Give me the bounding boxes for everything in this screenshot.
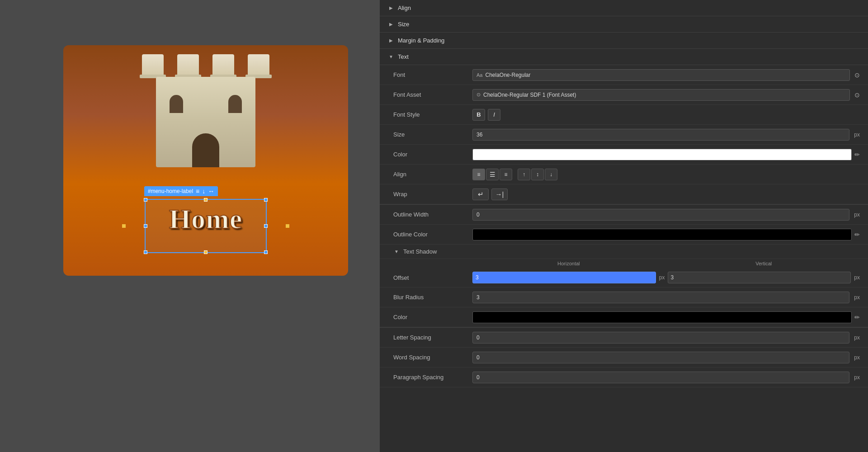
align-section-title: Align bbox=[398, 5, 411, 11]
paragraph-spacing-field[interactable]: 0 bbox=[472, 372, 849, 383]
vertical-col-header: Vertical bbox=[668, 261, 860, 266]
shadow-color-picker-icon[interactable]: ✏ bbox=[854, 314, 860, 321]
handle-br[interactable] bbox=[264, 250, 268, 254]
align-row: Align ≡ ☰ ≡ ↑ ↕ ↓ bbox=[380, 165, 868, 184]
color-field[interactable] bbox=[472, 149, 852, 160]
text-section-header[interactable]: ▼ Text bbox=[380, 49, 868, 65]
letter-spacing-text: 0 bbox=[476, 334, 480, 341]
outline-color-field[interactable] bbox=[472, 229, 852, 240]
letter-spacing-label: Letter Spacing bbox=[393, 334, 472, 341]
align-section-header[interactable]: ▶ Align bbox=[380, 0, 868, 16]
canvas-area: #menu-home-label ≡ ↓ ↔ Home bbox=[0, 0, 380, 452]
handle-ml[interactable] bbox=[144, 224, 147, 228]
wrap-button-2[interactable]: →| bbox=[491, 188, 508, 200]
font-asset-label: Font Asset bbox=[393, 91, 472, 98]
castle bbox=[142, 54, 269, 167]
bold-button[interactable]: B bbox=[472, 109, 485, 121]
v-offset-group: 3 px bbox=[668, 272, 860, 283]
selection-container[interactable]: #menu-home-label ≡ ↓ ↔ Home bbox=[145, 199, 267, 253]
size-value: 36 px bbox=[472, 129, 860, 141]
blur-radius-value: 3 px bbox=[472, 292, 860, 303]
v-offset-input[interactable]: 3 bbox=[668, 272, 851, 283]
align-center-button[interactable]: ☰ bbox=[486, 169, 499, 180]
font-asset-row: Font Asset ⊙ ChelaOne-Regular SDF 1 (Fon… bbox=[380, 85, 868, 105]
align-middle-button[interactable]: ↕ bbox=[531, 169, 544, 180]
align-left-button[interactable]: ≡ bbox=[472, 169, 485, 180]
battlement-4 bbox=[248, 54, 269, 77]
shadow-color-field[interactable] bbox=[472, 311, 852, 323]
vertical-align-group: ↑ ↕ ↓ bbox=[518, 169, 557, 180]
margin-padding-section-header[interactable]: ▶ Margin & Padding bbox=[380, 33, 868, 49]
font-value: Aa ChelaOne-Regular ⊙ bbox=[472, 69, 860, 81]
word-spacing-unit: px bbox=[854, 354, 860, 361]
dot-left bbox=[122, 224, 126, 228]
size-label: Size bbox=[393, 131, 472, 138]
letter-spacing-field[interactable]: 0 bbox=[472, 332, 849, 344]
v-offset-unit: px bbox=[854, 274, 860, 281]
word-spacing-field[interactable]: 0 bbox=[472, 352, 849, 363]
battlement-1 bbox=[142, 54, 164, 77]
h-offset-value: 3 bbox=[476, 274, 479, 281]
size-arrow-icon: ▶ bbox=[388, 21, 394, 28]
font-asset-icon: ⊙ bbox=[476, 92, 481, 98]
game-scene: #menu-home-label ≡ ↓ ↔ Home bbox=[63, 45, 348, 276]
tower-door bbox=[192, 133, 219, 167]
wrap-label: Wrap bbox=[393, 191, 472, 198]
text-shadow-header[interactable]: ▼ Text Shadow bbox=[380, 245, 868, 259]
outline-width-field[interactable]: 0 bbox=[472, 209, 849, 221]
align-buttons: ≡ ☰ ≡ ↑ ↕ ↓ bbox=[472, 169, 860, 180]
tower-body bbox=[156, 77, 255, 167]
outline-color-row: Outline Color ✏ bbox=[380, 225, 868, 245]
outline-color-value: ✏ bbox=[472, 229, 860, 240]
handle-bm[interactable] bbox=[204, 250, 208, 254]
outline-color-picker-icon[interactable]: ✏ bbox=[854, 231, 860, 238]
wrap-button-1[interactable]: ↵ bbox=[472, 188, 489, 200]
color-value: ✏ bbox=[472, 149, 860, 160]
offset-row: Offset 3 px 3 px bbox=[380, 268, 868, 287]
selection-label: #menu-home-label ≡ ↓ ↔ bbox=[144, 186, 218, 196]
horizontal-align-group: ≡ ☰ ≡ bbox=[472, 169, 512, 180]
color-label: Color bbox=[393, 151, 472, 158]
handle-mr[interactable] bbox=[264, 224, 268, 228]
letter-spacing-row: Letter Spacing 0 px bbox=[380, 328, 868, 348]
font-asset-value: ⊙ ChelaOne-Regular SDF 1 (Font Asset) ⊙ bbox=[472, 89, 860, 101]
align-bottom-button[interactable]: ↓ bbox=[545, 169, 557, 180]
text-shadow-expand-icon: ▼ bbox=[393, 249, 400, 255]
size-section-title: Size bbox=[398, 21, 409, 28]
handle-bl[interactable] bbox=[144, 250, 147, 254]
selection-box: Home bbox=[145, 199, 267, 253]
align-top-button[interactable]: ↑ bbox=[518, 169, 530, 180]
font-field[interactable]: Aa ChelaOne-Regular bbox=[472, 69, 850, 81]
blur-radius-label: Blur Radius bbox=[393, 294, 472, 301]
battlement-3 bbox=[212, 54, 234, 77]
paragraph-spacing-label: Paragraph Spacing bbox=[393, 374, 472, 381]
font-label: Font bbox=[393, 71, 472, 78]
size-field[interactable]: 36 bbox=[472, 129, 849, 141]
dot-right bbox=[286, 224, 289, 228]
letter-spacing-unit: px bbox=[854, 334, 860, 341]
shadow-color-value: ✏ bbox=[472, 311, 860, 323]
outline-width-text: 0 bbox=[476, 212, 480, 218]
v-offset-value: 3 bbox=[671, 274, 674, 281]
blur-radius-field[interactable]: 3 bbox=[472, 292, 849, 303]
font-asset-target-icon[interactable]: ⊙ bbox=[854, 91, 860, 99]
color-picker-icon[interactable]: ✏ bbox=[854, 151, 860, 158]
h-offset-input[interactable]: 3 bbox=[472, 272, 656, 283]
handle-tl[interactable] bbox=[144, 198, 147, 202]
blur-radius-row: Blur Radius 3 px bbox=[380, 287, 868, 307]
handle-tr[interactable] bbox=[264, 198, 268, 202]
font-target-icon[interactable]: ⊙ bbox=[854, 71, 860, 79]
handle-tm[interactable] bbox=[204, 198, 208, 202]
align-right-button[interactable]: ≡ bbox=[500, 169, 512, 180]
home-text: Home bbox=[146, 200, 266, 234]
word-spacing-text: 0 bbox=[476, 354, 480, 361]
italic-button[interactable]: I bbox=[488, 109, 500, 121]
element-label-text: #menu-home-label bbox=[148, 188, 193, 194]
text-section: ▼ Text Font Aa ChelaOne-Regular ⊙ Font A… bbox=[380, 49, 868, 387]
size-section-header[interactable]: ▶ Size bbox=[380, 16, 868, 33]
horizontal-col-header: Horizontal bbox=[472, 261, 665, 266]
right-panel: ▶ Align ▶ Size ▶ Margin & Padding ▼ Text… bbox=[380, 0, 868, 452]
h-offset-group: 3 px bbox=[472, 272, 665, 283]
font-asset-field[interactable]: ⊙ ChelaOne-Regular SDF 1 (Font Asset) bbox=[472, 89, 850, 101]
paragraph-spacing-unit: px bbox=[854, 374, 860, 381]
